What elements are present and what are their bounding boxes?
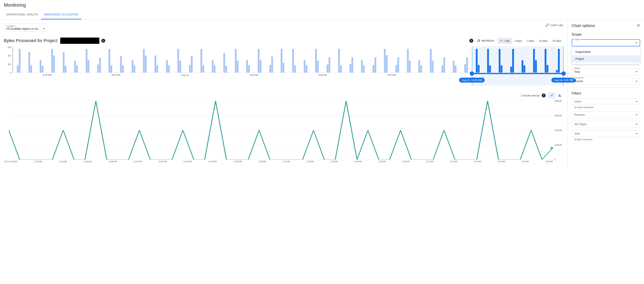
overview-bar-group [460,57,472,72]
detail-x-axis: 11:20 AM11:30 AM11:40 AM11:50 AM12:00 PM… [9,160,553,163]
users-helper-text: 10 users maximum [574,106,640,109]
overview-bar-group [300,60,311,72]
close-icon[interactable]: ✕ [636,23,640,28]
help-icon[interactable]: ? [101,39,105,43]
tab-operational-health[interactable]: OPERATIONAL HEALTH [3,10,41,19]
overview-bar-group [438,57,449,72]
overview-bar-group [70,61,82,72]
detail-y-axis: 0100GiB200GiB300GiB400GiB [554,101,564,160]
overview-bar-group [346,57,357,72]
span-select[interactable]: Span Organization Project [572,39,640,46]
overview-y-axis: 0200400600 [4,47,13,73]
overview-bar-group [231,49,242,72]
overview-bar-group [105,49,116,72]
range-3-days[interactable]: 3 days [512,38,524,44]
overview-bar-group [139,49,150,72]
overview-bar-group [82,49,93,72]
overview-bar-group [288,49,300,72]
range-30-days[interactable]: 30 days [550,38,564,44]
redacted-project-name [60,38,99,44]
chevron-down-icon [636,101,638,102]
line-chart-toggle[interactable] [548,92,556,98]
range-7-days[interactable]: 7 days [524,38,536,44]
overview-bar-group [392,57,403,72]
overview-plot[interactable]: Aug 24, 11:05 AM Aug 24, 3:05 PM [13,47,564,73]
interval-label: 2 minute interval [521,94,539,97]
detail-chart: 0100GiB200GiB300GiB400GiB UTC-7 11:20 AM… [4,101,564,168]
jobtypes-filter[interactable]: Job Types [572,121,640,128]
overview-bar-group [311,49,323,72]
chart-options-sidebar: Chart options ✕ Scope Span Organization … [568,20,644,168]
metric-select[interactable]: Metric Total [572,68,640,75]
overview-bar-group [174,49,185,72]
overview-bar-group [266,56,277,72]
overview-bar-group [47,49,59,72]
overview-bar-group [357,60,369,72]
refresh-icon [477,39,480,42]
detail-plot[interactable] [9,101,553,160]
scope-section-title: Scope [572,32,640,36]
time-selection-overlay [472,46,564,86]
overview-bar-group [36,60,47,72]
chevron-down-icon [636,81,638,82]
overview-bar-group [220,53,231,72]
copy-url-button[interactable]: COPY URL [546,24,564,27]
overview-bar-group [254,49,266,72]
overview-chart: 0200400600 Aug 24, 11:05 AM Aug 24, 3:05… [4,47,564,82]
span-dropdown: Organization Project [572,47,640,64]
jobs-filter[interactable]: Jobs [572,130,640,137]
chevron-down-icon [43,28,45,29]
overview-bar-group [13,49,24,72]
overview-bar-group [403,49,414,72]
overview-bar-group [185,56,196,73]
overview-bar-group [414,60,426,72]
tabs-bar: OPERATIONAL HEALTH RESOURCE UTILIZATION [0,10,644,20]
overview-bar-group [116,56,128,73]
priorities-filter[interactable]: Priorities [572,112,640,118]
filters-section-title: Filters [572,91,640,96]
overview-bar-group [426,49,438,72]
range-1-day[interactable]: 1 day [498,38,512,44]
chart-title: Bytes Processed for Project: ? [4,38,105,44]
overview-bar-group [162,60,174,72]
chevron-down-icon [636,114,638,116]
span-option-organization[interactable]: Organization [572,48,640,55]
groupby-select[interactable]: Group by Overall [572,78,640,84]
groupby-label: Group by [574,76,584,79]
chevron-down-icon [636,42,637,44]
chevron-down-icon [636,72,638,72]
overview-bar-group [150,56,162,72]
location-select[interactable]: Location * US (multiple regions in Un... [4,24,47,32]
overview-bar-group [449,61,460,72]
refresh-button[interactable]: REFRESH [477,39,494,42]
svg-rect-2 [560,96,561,97]
overview-x-axis: 6:00 PM9:00 PMAug 243:00 AM6:00 AM9:00 A… [13,74,564,76]
svg-rect-3 [551,147,553,149]
range-group: 1 day 3 days 7 days 14 days 30 days [498,38,564,44]
tab-resource-utilization[interactable]: RESOURCE UTILIZATION [41,10,81,19]
help-icon[interactable]: ? [542,94,546,98]
range-14-days[interactable]: 14 days [536,38,550,44]
help-icon[interactable]: ? [469,39,473,43]
bar-chart-icon [558,94,562,98]
span-option-project[interactable]: Project [572,55,640,62]
selection-start-badge: Aug 24, 11:05 AM [459,78,484,82]
jobs-helper-text: 10 jobs maximum [574,138,640,141]
svg-rect-0 [558,95,559,96]
location-value: US (multiple regions in Un... [6,27,40,30]
overview-bar-group [277,49,288,72]
overview-bar-group [59,52,70,72]
check-icon [500,39,502,42]
metric-label: Metric [574,67,581,70]
link-icon [546,24,549,27]
overview-bar-group [369,57,380,72]
chevron-down-icon [636,133,638,134]
overview-bar-group [334,49,346,72]
overview-bar-group [380,49,392,72]
chevron-down-icon [636,124,638,125]
sidebar-title: Chart options [572,24,595,28]
overview-bar-group [128,60,139,72]
bar-chart-toggle[interactable] [556,92,564,98]
overview-bar-group [24,52,36,72]
users-filter[interactable]: Users [572,98,640,105]
